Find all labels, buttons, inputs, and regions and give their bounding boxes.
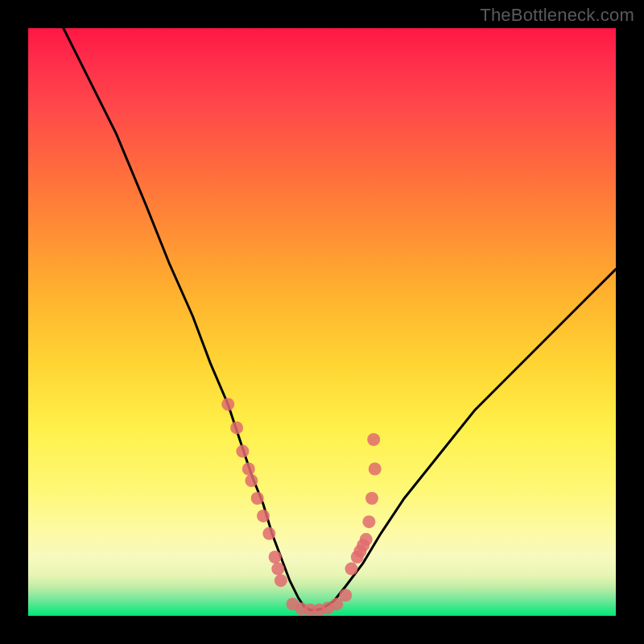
data-point: [221, 398, 234, 411]
data-point: [339, 589, 352, 602]
data-point: [271, 563, 284, 576]
data-point: [262, 527, 275, 540]
data-point: [369, 463, 382, 476]
data-point: [245, 474, 258, 487]
chart-overlay: [28, 28, 616, 616]
data-point: [275, 574, 287, 587]
scatter-points: [221, 398, 382, 616]
data-point: [353, 545, 366, 558]
data-point: [345, 563, 358, 576]
data-point: [367, 433, 380, 446]
watermark-text: TheBottleneck.com: [480, 5, 634, 26]
data-point: [269, 551, 282, 564]
data-point: [236, 445, 249, 458]
data-point: [230, 421, 243, 434]
chart-container: TheBottleneck.com: [0, 0, 644, 644]
data-point: [360, 533, 373, 546]
data-point: [365, 492, 378, 505]
bottleneck-curve: [64, 28, 616, 610]
data-point: [251, 492, 264, 505]
data-point: [257, 510, 270, 522]
data-point: [362, 515, 375, 528]
data-point: [242, 463, 255, 476]
